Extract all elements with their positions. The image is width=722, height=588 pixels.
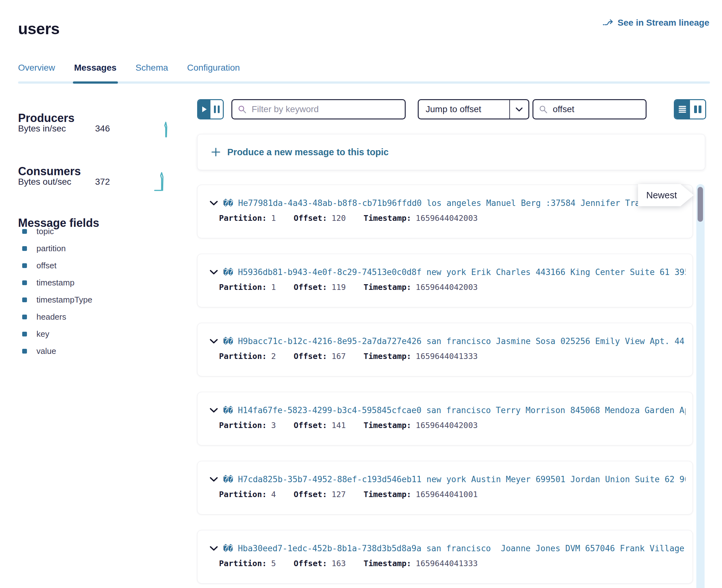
field-label: timestamp [37,278,75,288]
field-item-headers[interactable]: headers [22,308,92,326]
partition-label: Partition: [219,352,267,361]
offset-label: Offset: [294,421,327,430]
message-row[interactable]: �� He77981da-4a43-48ab-b8f8-cb71b96ffdd0… [197,185,693,238]
offset-label: Offset: [294,282,327,292]
list-view-button[interactable] [675,100,690,119]
partition-label: Partition: [219,282,267,292]
message-row[interactable]: �� Hba30eed7-1edc-452b-8b1a-738d3b5d8a9a… [197,530,693,584]
tab-messages[interactable]: Messages [74,63,117,84]
expand-chevron-icon[interactable] [209,477,218,482]
play-icon [202,106,207,112]
filter-input[interactable] [251,104,399,115]
offset-search-input[interactable] [552,104,640,115]
offset-value: 119 [332,282,346,292]
field-label: headers [37,312,66,322]
field-item-timestamp[interactable]: timestamp [22,274,92,291]
partition-value: 1 [271,213,276,223]
expand-chevron-icon[interactable] [209,201,218,206]
message-null-bytes: �� [223,336,233,346]
column-view-icon [699,105,701,113]
message-key-preview: H5936db81-b943-4e0f-8c29-74513e0c0d8f ne… [238,267,685,277]
tab-overview[interactable]: Overview [18,63,55,84]
timestamp-label: Timestamp: [364,282,411,292]
expand-chevron-icon[interactable] [209,546,218,551]
field-label: key [37,329,49,339]
partition-value: 2 [271,352,276,361]
keyword-filter [231,99,406,120]
newest-tooltip: Newest [638,184,694,206]
stream-lineage-link[interactable]: See in Stream lineage [602,18,709,28]
field-item-value[interactable]: value [22,342,92,360]
producers-heading: Producers [18,111,75,125]
timestamp-label: Timestamp: [364,559,411,568]
play-button[interactable] [198,100,210,119]
jump-to-offset-select[interactable]: Jump to offset [418,99,529,120]
topic-tabs: Overview Messages Schema Configuration [18,63,240,84]
view-mode-toggle [674,99,706,120]
bytes-in-sparkline [161,121,170,138]
field-item-offset[interactable]: offset [22,257,92,274]
expand-chevron-icon[interactable] [209,408,218,413]
field-item-timestampType[interactable]: timestampType [22,291,92,308]
partition-label: Partition: [219,559,267,568]
timestamp-value: 1659644042003 [416,213,478,223]
column-view-button[interactable] [690,100,705,119]
offset-value: 120 [332,213,346,223]
message-key-preview: H7cda825b-35b7-4952-88ef-c193d546eb11 ne… [238,475,685,484]
column-view-icon [694,105,697,113]
message-key-preview: Hba30eed7-1edc-452b-8b1a-738d3b5d8a9a sa… [238,544,685,553]
field-item-key[interactable]: key [22,326,92,342]
offset-label: Offset: [294,490,327,499]
message-null-bytes: �� [223,267,233,277]
field-label: value [37,346,56,356]
message-row[interactable]: �� H5936db81-b943-4e0f-8c29-74513e0c0d8f… [197,254,693,307]
offset-value: 167 [332,352,346,361]
stream-lineage-icon [602,18,614,27]
message-row[interactable]: �� H14fa67fe-5823-4299-b3c4-595845cfcae0… [197,392,693,445]
bytes-out-value: 372 [95,177,110,187]
field-bullet-icon [22,315,27,319]
message-key-preview: He77981da-4a43-48ab-b8f8-cb71b96ffdd0 lo… [238,198,660,208]
partition-value: 1 [271,282,276,292]
jump-select-value: Jump to offset [419,100,509,119]
produce-message-label: Produce a new message to this topic [227,147,389,158]
bytes-in-value: 346 [95,124,110,134]
page-title: users [18,20,60,38]
produce-message-button[interactable]: Produce a new message to this topic [197,134,705,170]
search-icon [238,105,247,114]
message-row[interactable]: �� H9bacc71c-b12c-4216-8e95-2a7da727e426… [197,323,693,376]
list-view-icon [678,105,686,113]
field-bullet-icon [22,332,27,336]
message-row[interactable]: �� H7cda825b-35b7-4952-88ef-c193d546eb11… [197,461,693,514]
tab-configuration[interactable]: Configuration [187,63,240,84]
partition-value: 4 [271,490,276,499]
offset-label: Offset: [294,213,327,223]
timestamp-label: Timestamp: [364,490,411,499]
pause-icon [218,105,220,113]
field-label: topic [37,227,54,236]
field-bullet-icon [22,229,27,234]
timestamp-value: 1659644042003 [416,421,478,430]
expand-chevron-icon[interactable] [209,339,218,344]
pause-button[interactable] [210,100,223,119]
tab-schema[interactable]: Schema [136,63,168,84]
scrollbar-thumb[interactable] [698,187,703,222]
timestamp-label: Timestamp: [364,352,411,361]
expand-chevron-icon[interactable] [209,270,218,275]
field-bullet-icon [22,263,27,268]
offset-label: Offset: [294,352,327,361]
offset-label: Offset: [294,559,327,568]
pause-icon [214,105,216,113]
message-key-preview: H9bacc71c-b12c-4216-8e95-2a7da727e426 sa… [238,336,685,346]
bytes-in-label: Bytes in/sec [18,124,66,134]
timestamp-value: 1659644041333 [416,352,478,361]
partition-value: 5 [271,559,276,568]
message-null-bytes: �� [223,544,233,553]
consumers-heading: Consumers [18,165,81,178]
timestamp-value: 1659644041333 [416,559,478,568]
field-item-partition[interactable]: partition [22,240,92,257]
scrollbar-track[interactable] [696,184,705,588]
field-item-topic[interactable]: topic [22,223,92,240]
offset-value: 163 [332,559,346,568]
bytes-out-label: Bytes out/sec [18,177,71,187]
